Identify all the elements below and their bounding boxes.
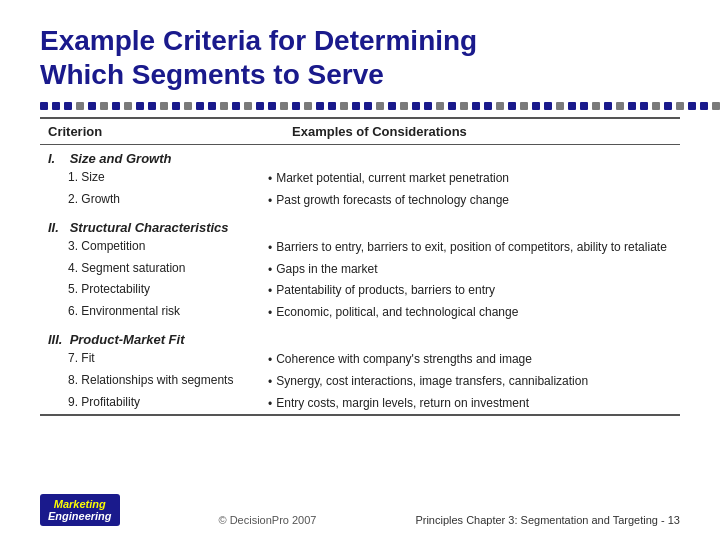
table-row: 2. Growth • Past growth forecasts of tec… — [40, 190, 680, 212]
table-row: 4. Segment saturation • Gaps in the mark… — [40, 259, 680, 281]
logo-line2: Engineering — [48, 510, 112, 522]
criterion-3: 3. Competition — [40, 237, 260, 259]
bullet-item: • Past growth forecasts of technology ch… — [268, 192, 672, 210]
slide-title: Example Criteria for Determining Which S… — [40, 24, 680, 91]
section-3-label: Product-Market Fit — [70, 332, 185, 347]
bullet-item: • Synergy, cost interactions, image tran… — [268, 373, 672, 391]
criterion-4: 4. Segment saturation — [40, 259, 260, 281]
bullet-icon: • — [268, 283, 272, 300]
table-header-row: Criterion Examples of Considerations — [40, 118, 680, 145]
section-1-header: I. Size and Growth — [40, 145, 680, 169]
consideration-4: • Gaps in the market — [260, 259, 680, 281]
section-2-label: Structural Characteristics — [70, 220, 229, 235]
criterion-1: 1. Size — [40, 168, 260, 190]
bullet-icon: • — [268, 262, 272, 279]
footer-copyright: © DecisionPro 2007 — [218, 514, 316, 526]
logo: Marketing Engineering — [40, 494, 120, 526]
table-row: 1. Size • Market potential, current mark… — [40, 168, 680, 190]
table-row: 8. Relationships with segments • Synergy… — [40, 371, 680, 393]
title-line2: Which Segments to Serve — [40, 59, 384, 90]
table-row: 5. Protectability • Patentability of pro… — [40, 280, 680, 302]
criteria-table: Criterion Examples of Considerations I. … — [40, 117, 680, 417]
section-3-header: III. Product-Market Fit — [40, 324, 680, 349]
bullet-icon: • — [268, 193, 272, 210]
col2-header: Examples of Considerations — [260, 118, 680, 145]
bullet-item: • Economic, political, and technological… — [268, 304, 672, 322]
bottom-divider-row — [40, 415, 680, 417]
criterion-9: 9. Profitability — [40, 393, 260, 416]
bullet-item: • Entry costs, margin levels, return on … — [268, 395, 672, 413]
section-2-header: II. Structural Characteristics — [40, 212, 680, 237]
bullet-item: • Coherence with company's strengths and… — [268, 351, 672, 369]
bullet-icon: • — [268, 305, 272, 322]
criterion-7: 7. Fit — [40, 349, 260, 371]
bullet-icon: • — [268, 240, 272, 257]
bullet-item: • Market potential, current market penet… — [268, 170, 672, 188]
consideration-5: • Patentability of products, barriers to… — [260, 280, 680, 302]
consideration-9: • Entry costs, margin levels, return on … — [260, 393, 680, 416]
dotted-divider — [40, 101, 680, 111]
bullet-item: • Gaps in the market — [268, 261, 672, 279]
criterion-8: 8. Relationships with segments — [40, 371, 260, 393]
table-row: 7. Fit • Coherence with company's streng… — [40, 349, 680, 371]
bullet-icon: • — [268, 352, 272, 369]
title-line1: Example Criteria for Determining — [40, 25, 477, 56]
slide: Example Criteria for Determining Which S… — [0, 0, 720, 540]
consideration-6: • Economic, political, and technological… — [260, 302, 680, 324]
bullet-icon: • — [268, 396, 272, 413]
bullet-item: • Barriers to entry, barriers to exit, p… — [268, 239, 672, 257]
bullet-icon: • — [268, 374, 272, 391]
consideration-1: • Market potential, current market penet… — [260, 168, 680, 190]
bullet-item: • Patentability of products, barriers to… — [268, 282, 672, 300]
consideration-2: • Past growth forecasts of technology ch… — [260, 190, 680, 212]
roman-3: III. — [48, 332, 66, 347]
consideration-3: • Barriers to entry, barriers to exit, p… — [260, 237, 680, 259]
consideration-8: • Synergy, cost interactions, image tran… — [260, 371, 680, 393]
bullet-icon: • — [268, 171, 272, 188]
footer: Marketing Engineering © DecisionPro 2007… — [40, 494, 680, 526]
criterion-5: 5. Protectability — [40, 280, 260, 302]
section-1-label: Size and Growth — [70, 151, 172, 166]
table-row: 3. Competition • Barriers to entry, barr… — [40, 237, 680, 259]
logo-line1: Marketing — [54, 498, 106, 510]
criterion-2: 2. Growth — [40, 190, 260, 212]
roman-2: II. — [48, 220, 66, 235]
table-row: 9. Profitability • Entry costs, margin l… — [40, 393, 680, 416]
consideration-7: • Coherence with company's strengths and… — [260, 349, 680, 371]
roman-1: I. — [48, 151, 66, 166]
criterion-6: 6. Environmental risk — [40, 302, 260, 324]
footer-chapter: Principles Chapter 3: Segmentation and T… — [415, 514, 680, 526]
col1-header: Criterion — [40, 118, 260, 145]
table-row: 6. Environmental risk • Economic, politi… — [40, 302, 680, 324]
